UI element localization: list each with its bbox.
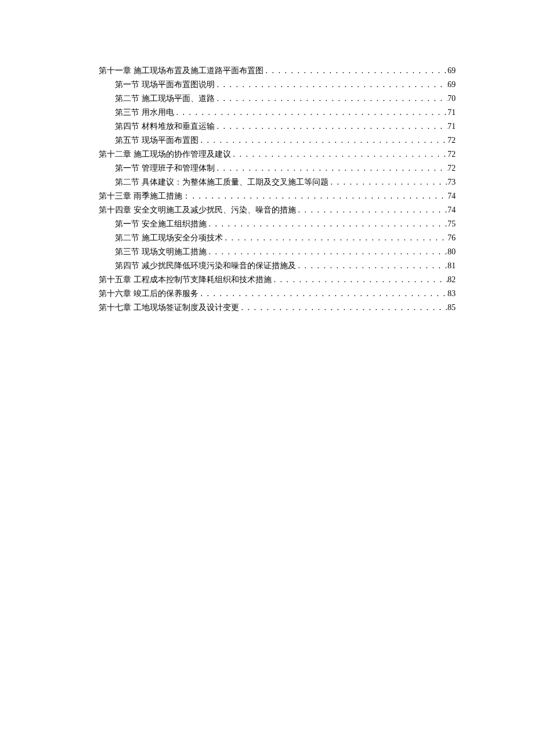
toc-label: 第十五章 工程成本控制节支降耗组织和技术措施 bbox=[99, 273, 272, 287]
toc-entry: 第一节 管理班子和管理体制72 bbox=[115, 161, 456, 175]
toc-label: 第二节 施工现场平面、道路 bbox=[115, 92, 215, 106]
toc-page-number: 72 bbox=[448, 161, 456, 175]
toc-page-number: 73 bbox=[448, 175, 456, 189]
toc-page-number: 74 bbox=[448, 203, 456, 217]
toc-label: 第一节 现场平面布置图说明 bbox=[115, 78, 215, 92]
toc-page-number: 72 bbox=[448, 147, 456, 161]
toc-leader-dots bbox=[272, 273, 448, 287]
toc-leader-dots bbox=[215, 120, 448, 134]
toc-label: 第十三章 雨季施工措施： bbox=[99, 189, 190, 203]
toc-entry: 第三节 用水用电71 bbox=[115, 106, 456, 120]
toc-page-number: 75 bbox=[448, 217, 456, 231]
toc-label: 第一节 管理班子和管理体制 bbox=[115, 161, 215, 175]
toc-entry: 第四节 材料堆放和垂直运输71 bbox=[115, 120, 456, 134]
toc-entry: 第十六章 竣工后的保养服务83 bbox=[99, 287, 456, 301]
toc-page-number: 76 bbox=[448, 231, 456, 245]
toc-leader-dots bbox=[231, 147, 448, 161]
toc-entry: 第十三章 雨季施工措施：74 bbox=[99, 189, 456, 203]
toc-label: 第四节 减少扰民降低环境污染和噪音的保证措施及 bbox=[115, 259, 296, 273]
toc-page-number: 69 bbox=[448, 64, 456, 78]
toc-page-number: 71 bbox=[448, 106, 456, 120]
toc-leader-dots bbox=[329, 175, 448, 189]
toc-leader-dots bbox=[174, 106, 448, 120]
toc-leader-dots bbox=[239, 301, 448, 315]
document-page: 第十一章 施工现场布置及施工道路平面布置图69第一节 现场平面布置图说明69第二… bbox=[0, 0, 534, 315]
toc-page-number: 70 bbox=[448, 92, 456, 106]
toc-leader-dots bbox=[207, 217, 448, 231]
toc-leader-dots bbox=[223, 231, 448, 245]
toc-label: 第十二章 施工现场的协作管理及建议 bbox=[99, 147, 231, 161]
toc-leader-dots bbox=[199, 287, 448, 301]
toc-page-number: 82 bbox=[448, 273, 456, 287]
toc-label: 第十六章 竣工后的保养服务 bbox=[99, 287, 199, 301]
toc-entry: 第二节 施工现场安全分项技术76 bbox=[115, 231, 456, 245]
toc-leader-dots bbox=[264, 64, 448, 78]
table-of-contents: 第十一章 施工现场布置及施工道路平面布置图69第一节 现场平面布置图说明69第二… bbox=[99, 64, 456, 315]
toc-label: 第十四章 安全文明施工及减少扰民、污染、噪音的措施 bbox=[99, 203, 296, 217]
toc-leader-dots bbox=[215, 78, 448, 92]
toc-entry: 第一节 安全施工组织措施75 bbox=[115, 217, 456, 231]
toc-label: 第一节 安全施工组织措施 bbox=[115, 217, 207, 231]
toc-label: 第十七章 工地现场签证制度及设计变更 bbox=[99, 301, 239, 315]
toc-leader-dots bbox=[199, 134, 448, 147]
toc-label: 第三节 用水用电 bbox=[115, 106, 174, 120]
toc-label: 第五节 现场平面布置图 bbox=[115, 134, 199, 147]
toc-page-number: 74 bbox=[448, 189, 456, 203]
toc-leader-dots bbox=[296, 259, 448, 273]
toc-entry: 第五节 现场平面布置图72 bbox=[115, 134, 456, 147]
toc-label: 第二节 具体建议：为整体施工质量、工期及交叉施工等问题 bbox=[115, 175, 329, 189]
toc-label: 第三节 现场文明施工措施 bbox=[115, 245, 207, 259]
toc-label: 第二节 施工现场安全分项技术 bbox=[115, 231, 223, 245]
toc-page-number: 80 bbox=[448, 245, 456, 259]
toc-entry: 第二节 具体建议：为整体施工质量、工期及交叉施工等问题73 bbox=[115, 175, 456, 189]
toc-entry: 第一节 现场平面布置图说明69 bbox=[115, 78, 456, 92]
toc-leader-dots bbox=[207, 245, 448, 259]
toc-leader-dots bbox=[296, 203, 448, 217]
toc-entry: 第四节 减少扰民降低环境污染和噪音的保证措施及81 bbox=[115, 259, 456, 273]
toc-page-number: 71 bbox=[448, 120, 456, 134]
toc-label: 第四节 材料堆放和垂直运输 bbox=[115, 120, 215, 134]
toc-page-number: 81 bbox=[448, 259, 456, 273]
toc-page-number: 69 bbox=[448, 78, 456, 92]
toc-page-number: 83 bbox=[448, 287, 456, 301]
toc-entry: 第二节 施工现场平面、道路70 bbox=[115, 92, 456, 106]
toc-entry: 第十七章 工地现场签证制度及设计变更85 bbox=[99, 301, 456, 315]
toc-leader-dots bbox=[215, 92, 448, 106]
toc-page-number: 72 bbox=[448, 134, 456, 147]
toc-entry: 第十五章 工程成本控制节支降耗组织和技术措施82 bbox=[99, 273, 456, 287]
toc-entry: 第三节 现场文明施工措施80 bbox=[115, 245, 456, 259]
toc-label: 第十一章 施工现场布置及施工道路平面布置图 bbox=[99, 64, 264, 78]
toc-leader-dots bbox=[190, 189, 448, 203]
toc-entry: 第十四章 安全文明施工及减少扰民、污染、噪音的措施74 bbox=[99, 203, 456, 217]
toc-entry: 第十二章 施工现场的协作管理及建议72 bbox=[99, 147, 456, 161]
toc-page-number: 85 bbox=[448, 301, 456, 315]
toc-leader-dots bbox=[215, 161, 448, 175]
toc-entry: 第十一章 施工现场布置及施工道路平面布置图69 bbox=[99, 64, 456, 78]
